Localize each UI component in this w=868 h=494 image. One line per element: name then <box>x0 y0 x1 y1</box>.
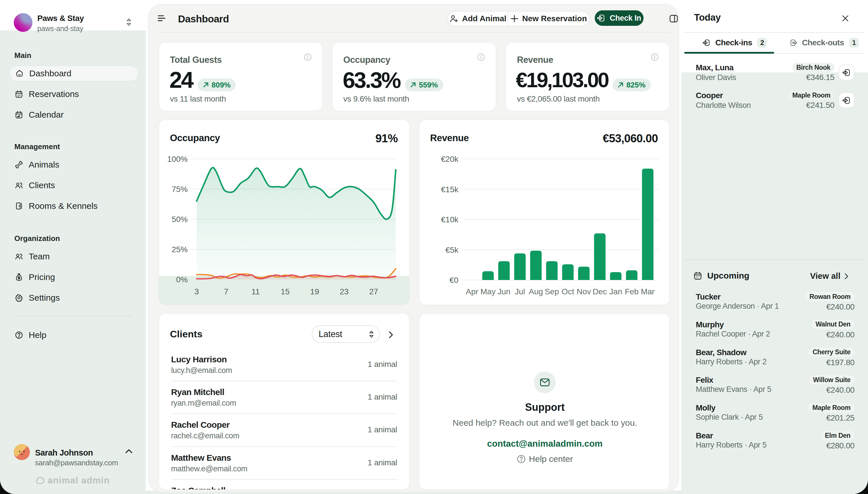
svg-text:€5k: €5k <box>445 246 458 254</box>
svg-text:7: 7 <box>224 287 228 296</box>
svg-text:€20k: €20k <box>441 155 459 164</box>
svg-text:0%: 0% <box>176 275 188 284</box>
svg-text:Jan: Jan <box>609 287 622 296</box>
svg-text:Sep: Sep <box>544 287 559 296</box>
svg-text:17: 17 <box>18 94 21 97</box>
svg-text:May: May <box>480 287 495 296</box>
svg-text:23: 23 <box>339 287 349 296</box>
svg-text:75%: 75% <box>172 185 188 194</box>
svg-text:15: 15 <box>281 287 290 296</box>
svg-text:Apr: Apr <box>466 287 478 296</box>
svg-text:Nov: Nov <box>577 287 591 296</box>
svg-text:Jun: Jun <box>497 287 510 296</box>
svg-text:€10k: €10k <box>441 215 459 224</box>
svg-text:19: 19 <box>310 287 319 296</box>
svg-text:3: 3 <box>194 287 199 296</box>
svg-text:50%: 50% <box>172 215 188 224</box>
svg-text:11: 11 <box>252 287 260 296</box>
svg-text:Oct: Oct <box>561 287 574 296</box>
svg-text:€15k: €15k <box>441 185 459 194</box>
svg-text:Feb: Feb <box>625 287 639 296</box>
svg-text:Mar: Mar <box>641 287 654 296</box>
svg-text:100%: 100% <box>167 155 188 164</box>
svg-text:Aug: Aug <box>529 287 543 296</box>
svg-text:25%: 25% <box>172 245 188 254</box>
svg-text:27: 27 <box>369 287 378 296</box>
svg-text:€0: €0 <box>449 276 458 285</box>
svg-text:Dec: Dec <box>592 287 607 296</box>
svg-text:Jul: Jul <box>515 287 525 296</box>
